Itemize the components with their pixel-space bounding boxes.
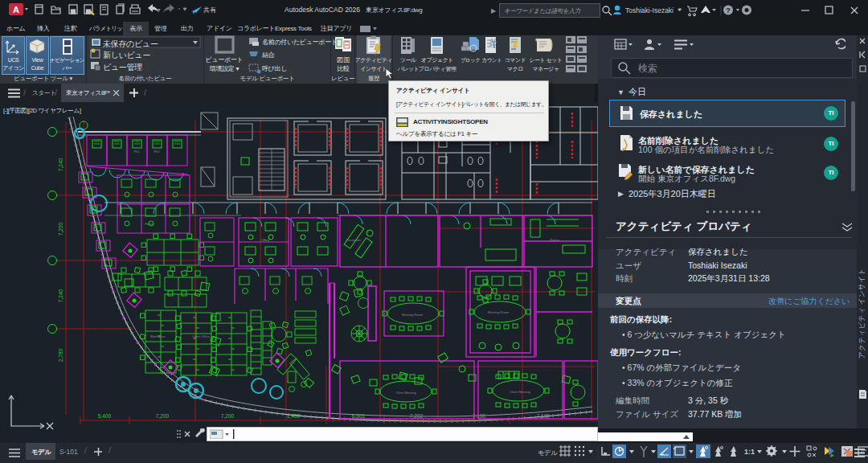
- svg-text:Client Meeting: Client Meeting: [395, 391, 416, 395]
- svg-text:Ph1: Ph1: [133, 150, 140, 154]
- svg-text:Meeting Room: Meeting Room: [488, 310, 510, 314]
- svg-text:7,200: 7,200: [156, 413, 170, 419]
- svg-text:Office: Office: [261, 238, 270, 242]
- svg-text:Client Meeting: Client Meeting: [510, 390, 530, 394]
- svg-text:Work Area: Work Area: [150, 334, 166, 338]
- svg-text:A: A: [13, 5, 19, 14]
- svg-text:5,400: 5,400: [98, 413, 112, 419]
- svg-text:?: ?: [726, 6, 731, 14]
- svg-text:Ph2: Ph2: [154, 150, 160, 154]
- svg-text:[-][平面図][2D ワイヤフレーム]: [-][平面図][2D ワイヤフレーム]: [3, 107, 81, 114]
- svg-text:7,240: 7,240: [58, 289, 63, 302]
- svg-text:7,200: 7,200: [221, 413, 235, 419]
- svg-text:6,601: 6,601: [352, 413, 366, 419]
- svg-text:Open Office: Open Office: [192, 334, 210, 338]
- svg-text:Reception: Reception: [346, 238, 361, 242]
- svg-text:Pantry: Pantry: [550, 238, 559, 242]
- svg-text:Focus: Focus: [145, 222, 154, 226]
- svg-text:1:1: 1:1: [744, 448, 755, 456]
- svg-text:2,780: 2,780: [58, 348, 63, 362]
- svg-text:共有: 共有: [203, 6, 216, 14]
- svg-text:Meeting Room: Meeting Room: [402, 313, 424, 317]
- svg-text:7,200: 7,200: [58, 222, 63, 236]
- svg-text:7,240: 7,240: [58, 158, 63, 171]
